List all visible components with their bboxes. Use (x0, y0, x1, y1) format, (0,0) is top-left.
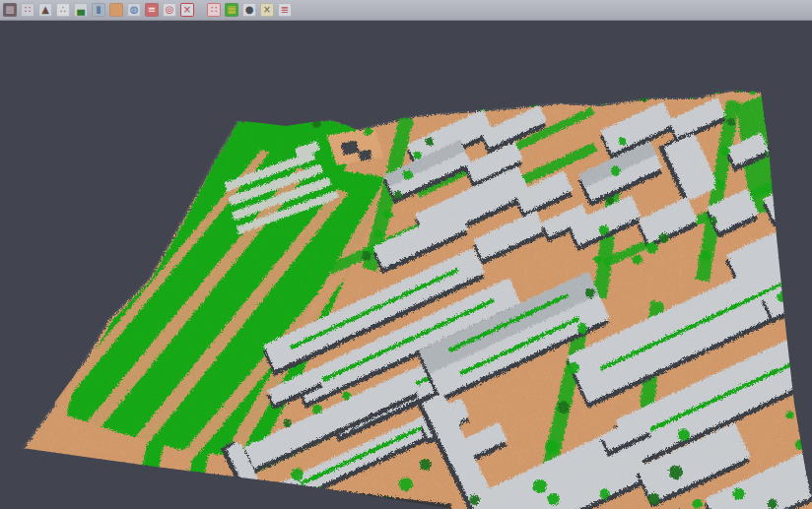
target-ring-icon[interactable]: ◎ (163, 3, 176, 17)
colored-points-icon[interactable]: ∷ (21, 3, 34, 17)
mountain-icon[interactable]: ▲ (38, 3, 52, 17)
point-cloud-scene (0, 22, 812, 509)
toolbar: ▩∷▲∴▄▮◍≡◎×∷▦●×≣ (0, 0, 812, 21)
wireframe-sphere-icon[interactable]: ● (242, 3, 256, 17)
terrain-hill-icon[interactable]: ▄ (74, 3, 88, 17)
layers-red-icon[interactable]: ≣ (278, 3, 292, 17)
column-icon[interactable]: ▮ (92, 3, 105, 17)
pixel-cube-icon[interactable]: ▩ (3, 3, 17, 17)
globe-icon[interactable]: ◍ (127, 3, 141, 17)
terrain-layer (0, 22, 812, 509)
3d-viewport[interactable] (0, 22, 812, 509)
red-table-icon[interactable]: ≡ (145, 3, 159, 17)
clear-x-icon[interactable]: × (260, 3, 274, 17)
selection-dots-icon[interactable]: ∷ (207, 3, 221, 17)
orange-square-icon[interactable] (109, 3, 123, 17)
crop-x-icon[interactable]: × (180, 3, 194, 17)
classification-colors-icon[interactable]: ▦ (225, 3, 238, 17)
ground-points-icon[interactable]: ∴ (56, 3, 70, 17)
